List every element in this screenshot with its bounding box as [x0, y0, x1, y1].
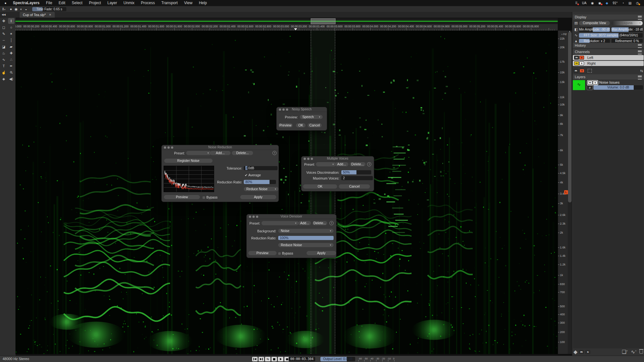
stop-button[interactable]: [271, 357, 277, 361]
grid-apps-icon[interactable]: ⠿: [575, 1, 577, 5]
apple-icon[interactable]: ●: [5, 1, 6, 5]
output-level-slider[interactable]: Output Level: 0.0 dB: [320, 357, 355, 361]
menu-layer[interactable]: Layer: [104, 0, 120, 6]
paint-bucket-icon[interactable]: ◆: [573, 349, 577, 355]
global-mute-button[interactable]: m: [573, 69, 578, 73]
layers-solo-all-button[interactable]: s: [585, 350, 590, 354]
add-selection-mode[interactable]: ◉: [14, 7, 18, 11]
min-amplitude-field[interactable]: Min Amplitude: -90 dB: [579, 27, 610, 32]
delete-preset-button[interactable]: Delete...: [312, 221, 327, 225]
current-tool-indicator[interactable]: I▾: [3, 7, 5, 11]
help-icon[interactable]: ?: [272, 151, 277, 155]
new-selection-mode[interactable]: ●: [10, 7, 12, 11]
ok-button[interactable]: OK: [303, 184, 337, 189]
delete-preset-button[interactable]: Delete...: [350, 162, 365, 166]
maximum-voices-field[interactable]: 2: [341, 176, 373, 180]
tolerance-field[interactable]: 3.0dB: [244, 166, 278, 170]
preset-dropdown[interactable]: ▼: [261, 221, 299, 225]
reduction-ratio-slider[interactable]: 80%: [244, 180, 276, 184]
channels-panel-header[interactable]: Channels: [573, 49, 644, 54]
spray-tool[interactable]: ∴: [8, 57, 14, 62]
move-tool[interactable]: ✥: [1, 18, 7, 24]
clone-stamp-tool[interactable]: ♨: [1, 50, 7, 56]
diamond-app-icon[interactable]: ◆: [606, 1, 608, 5]
background-dropdown[interactable]: Noise▼: [278, 229, 334, 233]
display-panel-header[interactable]: Display: [573, 14, 644, 20]
cancel-button[interactable]: Cancel: [339, 184, 370, 189]
display-switch-icon[interactable]: ▤: [629, 1, 631, 5]
overview-strip[interactable]: [15, 18, 558, 24]
overview-selection[interactable]: [311, 18, 336, 24]
preview-dropdown[interactable]: Speech▼: [300, 115, 323, 119]
picker-tool[interactable]: ✒: [8, 63, 14, 69]
crossfade-icon[interactable]: ⇆: [640, 69, 643, 73]
magic-wand-tool[interactable]: ✶: [8, 31, 14, 37]
selection-start-line[interactable]: [311, 31, 311, 354]
average-checkbox[interactable]: ✔ Average: [245, 173, 261, 177]
3d-view-tool[interactable]: ◈: [1, 76, 7, 82]
heal-tool[interactable]: ✚: [8, 50, 14, 56]
layer-mute-button[interactable]: m: [588, 81, 592, 85]
apply-button[interactable]: Apply: [240, 195, 276, 199]
bypass-checkbox[interactable]: Bypass: [203, 195, 217, 199]
intersect-selection-mode[interactable]: ◒: [25, 7, 27, 11]
text-tool[interactable]: T: [1, 63, 7, 69]
max-amplitude-field[interactable]: Max Amplitude: -18 dB: [611, 27, 643, 32]
menu-view[interactable]: View: [181, 0, 196, 6]
menu-icon[interactable]: [638, 51, 642, 54]
channel-row-left[interactable]: m s Left: [573, 55, 644, 60]
clock-app-icon[interactable]: ◷: [636, 1, 639, 5]
solo-button[interactable]: s: [579, 61, 584, 65]
layers-mute-all-button[interactable]: m: [579, 350, 584, 354]
menu-select[interactable]: Select: [69, 0, 86, 6]
selection-end-line[interactable]: [335, 31, 335, 354]
spectrogram-view[interactable]: [15, 31, 558, 354]
menu-icon[interactable]: [638, 16, 642, 20]
zoom-tool[interactable]: ⚲: [7, 68, 15, 77]
bypass-checkbox[interactable]: Bypass: [278, 251, 293, 255]
new-group-icon[interactable]: ❏: [622, 349, 628, 355]
contrast-icon[interactable]: ◧: [574, 27, 578, 32]
ok-button[interactable]: OK: [296, 123, 306, 127]
menu-process[interactable]: Process: [138, 0, 158, 6]
phase-invert-button[interactable]: ø: [587, 85, 593, 90]
layers-panel-header[interactable]: Layers: [573, 74, 644, 79]
scrollbar-thumb[interactable]: [568, 32, 572, 202]
menu-unmix[interactable]: Unmix: [120, 0, 138, 6]
channel-row-right[interactable]: m s Right: [573, 61, 644, 66]
weather-temp[interactable]: 91°: [613, 1, 618, 5]
vertical-scrollbar[interactable]: ▲: [568, 31, 572, 354]
new-layer-icon[interactable]: ∿: [631, 349, 637, 355]
mode-dropdown[interactable]: Reduce Noise▼: [244, 187, 279, 191]
resolution-peak-icon[interactable]: ▲: [574, 39, 578, 43]
time-machine-icon[interactable]: ◔: [622, 1, 624, 5]
composite-view-button[interactable]: Composite View: [579, 21, 610, 25]
collapse-toolbar-icon[interactable]: ◀◀: [0, 12, 17, 18]
lasso-select-tool[interactable]: ○: [7, 24, 15, 31]
mode-dropdown[interactable]: Reduce Noise▼: [278, 243, 334, 247]
solo-button[interactable]: s: [579, 56, 584, 60]
tab-close-icon[interactable]: ✕: [49, 13, 52, 16]
channel-select-icon[interactable]: [588, 69, 592, 73]
rectangle-select-tool[interactable]: ◻: [1, 24, 7, 30]
left-channel-marker[interactable]: L: [564, 190, 568, 194]
cancel-button[interactable]: Cancel: [308, 123, 322, 127]
menu-help[interactable]: Help: [196, 0, 210, 6]
eraser-tool[interactable]: ◪: [1, 44, 7, 50]
document-tab[interactable]: Cup of Tea.slp* ✕: [20, 12, 55, 18]
delete-layer-icon[interactable]: [639, 350, 643, 354]
spectrogram-canvas[interactable]: [15, 31, 558, 354]
go-to-start-button[interactable]: [252, 357, 258, 361]
menu-project[interactable]: Project: [86, 0, 104, 6]
help-icon[interactable]: ?: [329, 221, 334, 225]
time-fade-slider[interactable]: Time Fade: 0.65 s: [32, 7, 66, 11]
fft-curve-icon[interactable]: ∿: [574, 33, 578, 37]
ua-status[interactable]: UA: [582, 1, 587, 5]
menu-transport[interactable]: Transport: [158, 0, 181, 6]
mute-button[interactable]: m: [574, 61, 579, 65]
text-cursor-tool[interactable]: I: [8, 18, 14, 24]
add-preset-button[interactable]: Add...: [298, 221, 311, 225]
delete-preset-button[interactable]: Delete...: [232, 151, 253, 155]
draw-tool[interactable]: ∿: [1, 57, 7, 62]
fft-size-field[interactable]: FFT Size: 3072 samples (64ms/16Hz): [579, 33, 643, 38]
